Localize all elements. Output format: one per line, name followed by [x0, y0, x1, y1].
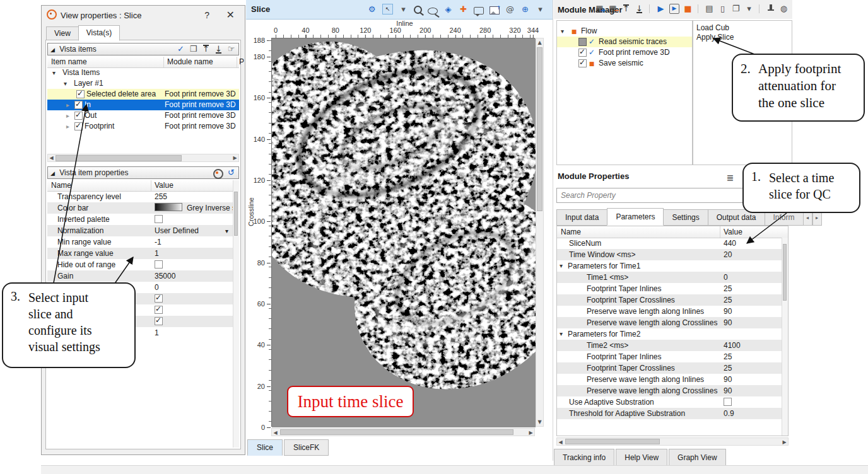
item-checkbox[interactable]	[76, 90, 85, 98]
clipboard-icon[interactable]: ▯	[718, 4, 727, 14]
separator[interactable]	[698, 4, 700, 13]
col-name[interactable]: Name	[51, 180, 71, 191]
dialog-tab[interactable]: View	[46, 26, 79, 41]
item-checkbox[interactable]	[74, 122, 83, 130]
property-checkbox[interactable]	[155, 294, 163, 303]
select-region-icon[interactable]	[382, 4, 393, 14]
flow-row[interactable]: ▾Flow	[557, 26, 692, 37]
expander-icon[interactable]: ▸	[66, 110, 74, 121]
tree-row[interactable]: ▸In Foot print remove 3D	[47, 100, 239, 110]
expander-icon[interactable]: ▾	[64, 78, 72, 89]
parameter-row[interactable]: ▾ Parameters for Time1	[557, 260, 782, 272]
parameters-vscrollbar[interactable]	[782, 238, 788, 436]
remove-module-icon[interactable]: ▦	[608, 4, 618, 14]
item-checkbox[interactable]	[74, 112, 83, 120]
compass-icon[interactable]: ⊕	[520, 4, 530, 14]
seismic-time-slice-image[interactable]	[271, 38, 535, 427]
parameter-row[interactable]: Time1 <ms> 0	[557, 272, 782, 283]
parameter-row[interactable]: Footprint Taper Crosslines 25	[557, 294, 782, 306]
parameter-row[interactable]: Preserve wave length along Crosslines 90	[557, 317, 782, 328]
run-flow-icon[interactable]: ▶	[656, 4, 666, 14]
property-value[interactable]: Grey Inverse scales	[155, 202, 233, 214]
module-properties-tab[interactable]: Input data	[556, 209, 607, 226]
property-row[interactable]: Color bar Grey Inverse scales	[47, 202, 233, 214]
slice-hscrollbar[interactable]: ◀▶	[271, 428, 535, 436]
parameter-row[interactable]: Preserve wave length along Inlines 90	[557, 374, 782, 385]
new-window-icon[interactable]: ❐	[731, 4, 741, 14]
property-checkbox[interactable]	[155, 260, 163, 269]
parameter-value[interactable]: 440	[724, 238, 736, 249]
parameter-row[interactable]: Preserve wave length along Crosslines 90	[557, 385, 782, 396]
property-value[interactable]: 0	[155, 282, 159, 293]
parameter-value[interactable]: 90	[724, 306, 732, 317]
slice-tab[interactable]: Slice	[247, 439, 283, 456]
parameter-value[interactable]: 90	[724, 317, 732, 328]
crosshair-icon[interactable]: ✚	[459, 4, 468, 14]
module-properties-tab[interactable]: Parameters	[607, 208, 664, 226]
separator[interactable]	[649, 4, 651, 13]
dropdown-caret-icon[interactable]: ▾	[536, 4, 545, 14]
col-item-name[interactable]: Item name	[51, 57, 87, 67]
parameter-value[interactable]: 20	[724, 249, 732, 260]
property-value[interactable]: User Defined	[155, 225, 199, 236]
parameter-checkbox[interactable]	[724, 398, 732, 406]
dropdown-caret-icon[interactable]	[225, 225, 228, 236]
bottom-tab[interactable]: Tracking info	[554, 449, 614, 466]
parameter-row[interactable]: Footprint Taper Crosslines 25	[557, 362, 782, 374]
parameter-value[interactable]: 0.9	[724, 408, 734, 419]
flow-checkbox[interactable]	[578, 38, 587, 46]
flow-action-item[interactable]: Load Cub	[696, 23, 792, 33]
property-checkbox[interactable]	[155, 317, 163, 325]
add-module-icon[interactable]: ▦	[595, 4, 604, 14]
property-row[interactable]: Min range value -1	[47, 236, 233, 248]
magnify-region-icon[interactable]: @	[505, 4, 515, 14]
property-value[interactable]: -1	[155, 236, 161, 248]
col-module-name[interactable]: Module name	[167, 57, 213, 67]
image-export-icon[interactable]	[490, 6, 500, 14]
tree-row[interactable]: ▸Footprint Foot print remove 3D	[47, 121, 239, 132]
close-icon[interactable]: ✕	[226, 9, 235, 21]
col-value[interactable]: Value	[724, 226, 742, 238]
property-row[interactable]: Normalization User Defined	[47, 225, 233, 236]
item-checkbox[interactable]	[74, 101, 83, 109]
separator[interactable]	[759, 4, 761, 13]
tree-row[interactable]: ▸Out Foot print remove 3D	[47, 110, 239, 121]
copy-items-icon[interactable]: ❒	[189, 44, 198, 54]
settings-gear-icon[interactable]: ⚙	[367, 4, 377, 14]
apply-check-icon[interactable]: ✓	[176, 44, 185, 54]
property-value[interactable]: 1	[155, 327, 159, 338]
parameter-value[interactable]: 25	[724, 283, 732, 294]
parameter-row[interactable]: Footprint Taper Inlines 25	[557, 351, 782, 362]
record-target-icon[interactable]	[213, 169, 223, 179]
dropdown-caret-icon[interactable]: ▾	[744, 4, 754, 14]
parameter-row[interactable]: Threshold for Adaptive Substration 0.9	[557, 408, 782, 419]
dialog-titlebar[interactable]: View properties : Slice ? ✕	[42, 6, 245, 25]
report-list-icon[interactable]: ▤	[705, 4, 714, 14]
module-properties-tab[interactable]: Settings	[663, 209, 708, 226]
tree-row[interactable]: ▾Vista Items	[47, 67, 239, 78]
flow-row[interactable]: Save seismic	[557, 58, 692, 69]
props-vscrollbar[interactable]	[233, 180, 239, 448]
comment-icon[interactable]	[474, 7, 484, 14]
expander-icon[interactable]: ▾	[52, 67, 61, 78]
stop-icon[interactable]: ■	[683, 4, 693, 14]
flow-checkbox[interactable]	[578, 49, 587, 57]
dropdown-caret-icon[interactable]: ▾	[399, 4, 408, 14]
parameter-value[interactable]: 25	[724, 362, 732, 374]
tree-row[interactable]: Selected delete area Foot print remove 3…	[47, 89, 239, 100]
property-row[interactable]: Inverted palette	[47, 214, 233, 225]
parameter-row[interactable]: SliceNum 440	[557, 238, 782, 249]
property-value[interactable]: 255	[155, 191, 167, 202]
property-row[interactable]: Gain 35000	[47, 270, 233, 282]
zoom-icon[interactable]	[414, 6, 422, 14]
collapse-icon[interactable]: ◢	[50, 170, 55, 176]
flow-row[interactable]: Read seismic traces	[557, 37, 692, 47]
expander-icon[interactable]: ▾	[560, 328, 568, 340]
expander-icon[interactable]: ▸	[66, 121, 74, 132]
flow-checkbox[interactable]	[578, 59, 587, 67]
db-save-icon[interactable]: ≣	[725, 173, 735, 183]
import-up-icon[interactable]: ↑	[201, 44, 211, 54]
move-up-icon[interactable]: ↑	[621, 4, 631, 14]
expander-icon[interactable]: ▸	[66, 100, 74, 110]
property-value[interactable]: 1	[155, 248, 159, 259]
